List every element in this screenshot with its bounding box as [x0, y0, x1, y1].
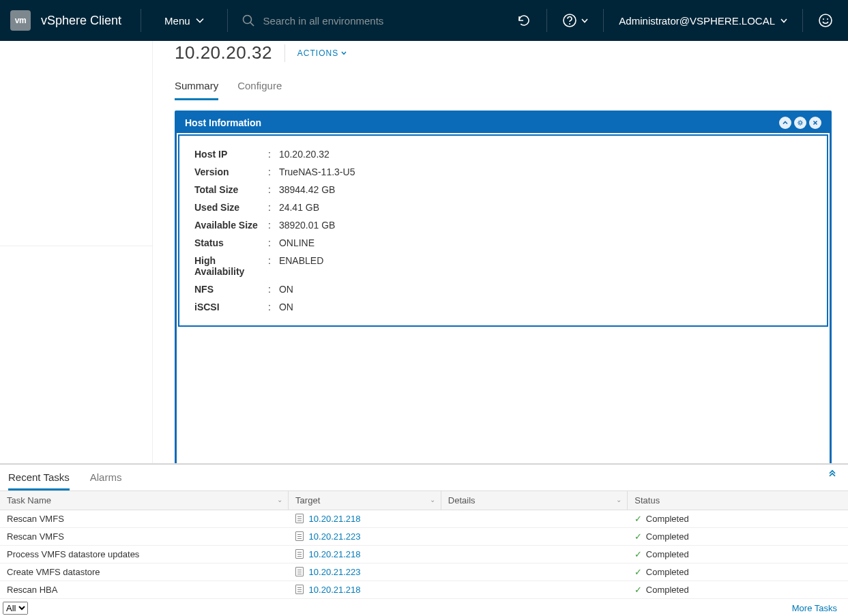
- cell-target: 10.20.21.223: [289, 528, 441, 546]
- panel-title: Host Information: [185, 117, 261, 128]
- datastore-icon: [295, 531, 304, 541]
- info-colon: :: [264, 145, 275, 163]
- target-link[interactable]: 10.20.21.218: [309, 549, 361, 559]
- info-row: Total Size:38944.42 GB: [190, 181, 359, 199]
- panel-body: Host IP:10.20.20.32Version:TrueNAS-11.3-…: [178, 134, 828, 327]
- sort-icon: ⌄: [277, 496, 282, 503]
- svg-point-3: [569, 23, 570, 25]
- page-header: 10.20.20.32 ACTIONS: [175, 41, 832, 63]
- tab-summary[interactable]: Summary: [175, 76, 218, 100]
- help-dropdown[interactable]: [547, 0, 603, 41]
- user-label: Administrator@VSPHERE.LOCAL: [619, 15, 775, 27]
- cell-details: [441, 581, 627, 599]
- refresh-icon: [516, 13, 531, 28]
- col-label: Task Name: [7, 495, 51, 505]
- chevron-down-icon: [780, 18, 787, 23]
- tab-configure[interactable]: Configure: [237, 76, 282, 100]
- close-button[interactable]: [809, 117, 821, 129]
- info-value: 10.20.20.32: [275, 145, 360, 163]
- top-nav: vm vSphere Client Menu Administrator@VSP…: [0, 0, 848, 41]
- expand-button[interactable]: [828, 469, 837, 478]
- col-label: Target: [295, 495, 320, 505]
- search-icon: [242, 14, 255, 27]
- info-row: High Availability:ENABLED: [190, 252, 359, 280]
- info-colon: :: [264, 252, 275, 280]
- double-chevron-up-icon: [828, 469, 837, 478]
- host-info-table: Host IP:10.20.20.32Version:TrueNAS-11.3-…: [190, 145, 359, 316]
- check-icon: ✓: [634, 514, 642, 524]
- svg-point-0: [243, 16, 251, 24]
- refresh-button[interactable]: [501, 0, 546, 41]
- info-key: iSCSI: [190, 298, 264, 316]
- info-row: Available Size:38920.01 GB: [190, 216, 359, 234]
- main-area: 10.20.20.32 ACTIONS Summary Configure Ho…: [0, 41, 848, 464]
- info-value: ONLINE: [275, 234, 360, 252]
- settings-button[interactable]: [794, 117, 806, 129]
- sidebar-separator: [0, 246, 152, 246]
- filter-select[interactable]: All: [3, 602, 28, 615]
- col-task-name[interactable]: Task Name⌄: [0, 491, 289, 510]
- col-label: Status: [634, 495, 660, 505]
- tab-alarms[interactable]: Alarms: [90, 467, 122, 490]
- feedback-button[interactable]: [803, 0, 848, 41]
- svg-line-1: [250, 23, 254, 26]
- more-tasks-link[interactable]: More Tasks: [792, 603, 837, 613]
- chevron-down-icon: [196, 18, 204, 23]
- info-key: Version: [190, 163, 264, 181]
- target-link[interactable]: 10.20.21.218: [309, 514, 361, 524]
- cell-status: ✓Completed: [628, 581, 848, 599]
- target-link[interactable]: 10.20.21.223: [309, 567, 361, 577]
- info-key: Total Size: [190, 181, 264, 199]
- search-input[interactable]: [263, 15, 468, 27]
- check-icon: ✓: [634, 549, 642, 559]
- actions-dropdown[interactable]: ACTIONS: [297, 48, 347, 58]
- sort-icon: ⌄: [430, 496, 435, 503]
- cell-details: [441, 546, 627, 563]
- cell-details: [441, 528, 627, 546]
- target-link[interactable]: 10.20.21.218: [309, 585, 361, 595]
- info-row: Host IP:10.20.20.32: [190, 145, 359, 163]
- datastore-icon: [295, 585, 304, 594]
- info-value: ON: [275, 298, 360, 316]
- info-row: NFS:ON: [190, 280, 359, 298]
- check-icon: ✓: [634, 567, 642, 577]
- close-icon: [812, 119, 819, 126]
- datastore-icon: [295, 549, 304, 559]
- actions-label: ACTIONS: [297, 48, 338, 58]
- smiley-icon: [818, 13, 833, 28]
- collapse-button[interactable]: [779, 117, 791, 129]
- user-dropdown[interactable]: Administrator@VSPHERE.LOCAL: [604, 15, 802, 27]
- col-target[interactable]: Target⌄: [289, 491, 441, 510]
- tab-recent-tasks[interactable]: Recent Tasks: [8, 467, 70, 490]
- cell-task-name: Rescan VMFS: [0, 528, 289, 546]
- bottom-footer: All More Tasks: [0, 599, 848, 616]
- info-colon: :: [264, 280, 275, 298]
- cell-status: ✓Completed: [628, 563, 848, 581]
- col-details[interactable]: Details⌄: [441, 491, 627, 510]
- col-status[interactable]: Status: [628, 491, 848, 510]
- info-value: ON: [275, 280, 360, 298]
- cell-status: ✓Completed: [628, 510, 848, 528]
- col-label: Details: [448, 495, 476, 505]
- info-key: High Availability: [190, 252, 264, 280]
- menu-dropdown[interactable]: Menu: [141, 15, 227, 27]
- info-value: 38920.01 GB: [275, 216, 360, 234]
- datastore-icon: [295, 567, 304, 576]
- info-value: 38944.42 GB: [275, 181, 360, 199]
- cell-task-name: Create VMFS datastore: [0, 563, 289, 581]
- chevron-up-icon: [782, 119, 789, 126]
- info-colon: :: [264, 163, 275, 181]
- info-key: NFS: [190, 280, 264, 298]
- chevron-down-icon: [581, 18, 588, 23]
- cell-details: [441, 510, 627, 528]
- cell-task-name: Process VMFS datastore updates: [0, 546, 289, 563]
- info-colon: :: [264, 298, 275, 316]
- tab-bar: Summary Configure: [175, 76, 832, 101]
- datastore-icon: [295, 514, 304, 523]
- bottom-panel: Recent Tasks Alarms Task Name⌄ Target⌄ D…: [0, 464, 848, 616]
- info-row: Version:TrueNAS-11.3-U5: [190, 163, 359, 181]
- cell-target: 10.20.21.218: [289, 581, 441, 599]
- target-link[interactable]: 10.20.21.223: [309, 531, 361, 542]
- svg-point-7: [799, 121, 802, 124]
- menu-label: Menu: [164, 15, 190, 27]
